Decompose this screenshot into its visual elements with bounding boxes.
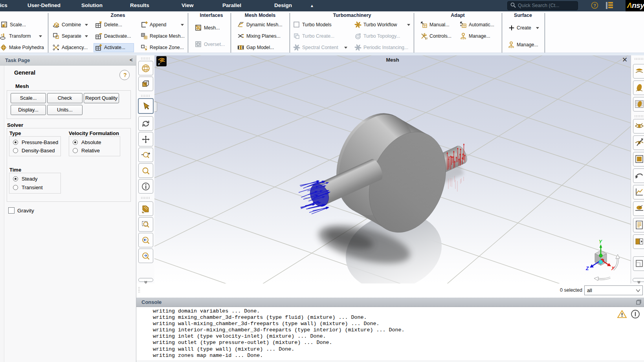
svg-text:Y: Y	[599, 239, 602, 245]
svg-text:F: F	[158, 63, 160, 66]
svg-text:?: ?	[593, 3, 596, 8]
svg-text:Z: Z	[585, 266, 589, 271]
